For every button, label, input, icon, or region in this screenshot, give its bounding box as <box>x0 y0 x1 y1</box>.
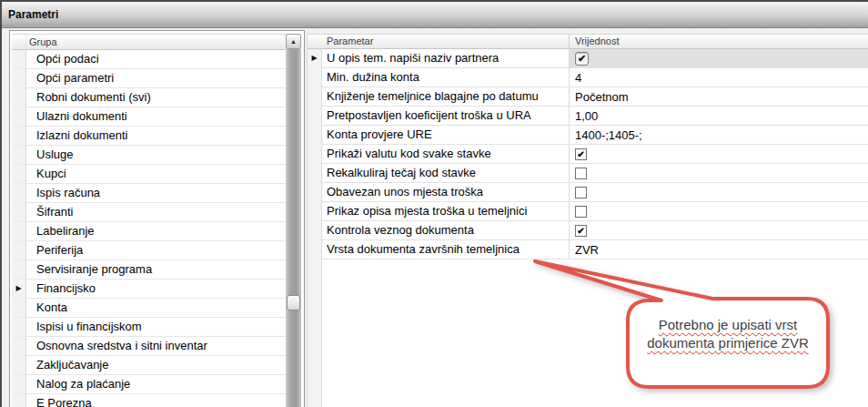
row-selector-cell <box>12 260 26 280</box>
row-selector-cell <box>12 88 26 107</box>
checkbox-checked[interactable]: ✔ <box>575 52 589 66</box>
group-label: Ispis računa <box>26 184 286 203</box>
list-item[interactable]: Ulazni dokumenti <box>12 107 286 127</box>
param-value-cell: ZVR <box>570 240 868 259</box>
row-selector-cell <box>12 184 26 203</box>
param-name: Min. dužina konta <box>322 68 570 87</box>
scrollbar-thumb[interactable] <box>287 295 300 310</box>
scrollbar[interactable]: ▲ <box>286 34 302 407</box>
scrollbar-track[interactable] <box>286 49 301 407</box>
row-selector-cell <box>308 183 322 202</box>
param-value-cell <box>570 164 868 183</box>
table-row[interactable]: Kontrola veznog dokumenta✔ <box>308 221 868 240</box>
checkbox-checked[interactable]: ✔ <box>575 225 587 237</box>
param-value-cell: 1,00 <box>570 107 868 126</box>
checkbox-unchecked[interactable] <box>575 187 587 198</box>
value-text: 4 <box>575 71 581 85</box>
table-row[interactable]: Min. dužina konta4 <box>308 68 868 87</box>
callout-line-2: dokumenta primjerice ZVR <box>630 334 826 352</box>
scroll-up-button[interactable]: ▲ <box>286 34 301 49</box>
list-item[interactable]: Šifranti <box>12 203 286 222</box>
row-selector-cell <box>308 240 322 259</box>
table-row[interactable]: Rekalkuliraj tečaj kod stavke <box>308 164 868 183</box>
group-label: Periferija <box>26 241 286 260</box>
window-title: Parametri <box>8 8 58 21</box>
table-row[interactable]: ▶U opis tem. napiši naziv partnera✔ <box>308 49 868 68</box>
param-value-cell: ✔ <box>570 49 868 68</box>
param-value-cell: 4 <box>570 68 868 87</box>
group-label: Robni dokumenti (svi) <box>26 88 286 107</box>
param-name: Knjiženje temeljnice blagajne po datumu <box>322 87 570 107</box>
group-label: Zaključavanje <box>26 356 286 375</box>
group-label: Financijsko <box>26 280 286 299</box>
row-selector-cell <box>308 164 322 183</box>
table-row[interactable]: Vrsta dokumenta završnih temeljnicaZVR <box>308 240 868 259</box>
param-table-body: ▶U opis tem. napiši naziv partnera✔Min. … <box>308 49 868 259</box>
callout-note: Potrebno je upisati vrst dokumenta primj… <box>630 316 826 352</box>
row-selector-cell <box>12 50 26 69</box>
param-name: Konta provjere URE <box>322 126 570 145</box>
row-selector-cell <box>12 107 26 127</box>
table-row[interactable]: Prikaži valutu kod svake stavke✔ <box>308 145 868 164</box>
list-item[interactable]: Konta <box>12 299 286 318</box>
table-row[interactable]: Knjiženje temeljnice blagajne po datumuP… <box>308 87 868 107</box>
group-list: Opći podaciOpći parametriRobni dokumenti… <box>12 50 286 407</box>
list-item[interactable]: Ispisi u financijskom <box>12 318 286 337</box>
list-item[interactable]: Zaključavanje <box>12 356 286 375</box>
param-name: U opis tem. napiši naziv partnera <box>322 49 570 68</box>
table-row[interactable]: Pretpostavljen koeficijent troška u URA1… <box>308 107 868 126</box>
value-text: 1,00 <box>575 109 598 123</box>
row-selector-header <box>12 35 26 49</box>
group-label: Servisiranje programa <box>26 260 286 280</box>
list-item[interactable]: Robni dokumenti (svi) <box>12 88 286 107</box>
table-row[interactable]: Prikaz opisa mjesta troška u temeljnici <box>308 202 868 221</box>
list-item[interactable]: Izlazni dokumenti <box>12 127 286 146</box>
group-label: Nalog za plaćanje <box>26 375 286 394</box>
param-name: Prikaz opisa mjesta troška u temeljnici <box>322 202 570 221</box>
row-selector-cell <box>12 299 26 318</box>
param-value-cell: 1400-;1405-; <box>570 126 868 145</box>
group-list-header[interactable]: Grupa <box>12 34 286 50</box>
value-column-header[interactable]: Vrijednost <box>570 35 868 48</box>
group-label: Opći podaci <box>26 50 286 69</box>
arrow-up-icon: ▲ <box>290 38 297 45</box>
group-label: E Porezna <box>26 394 286 407</box>
table-row[interactable]: Konta provjere URE1400-;1405-; <box>308 126 868 145</box>
group-label: Izlazni dokumenti <box>26 127 286 146</box>
value-text: ZVR <box>575 243 599 257</box>
list-item[interactable]: Periferija <box>12 241 286 260</box>
group-label: Labeliranje <box>26 222 286 241</box>
checkbox-unchecked[interactable] <box>575 168 587 179</box>
callout-line-1: Potrebno je upisati vrst <box>630 316 826 334</box>
list-item[interactable]: ▶Financijsko <box>12 280 286 299</box>
list-item[interactable]: Kupci <box>12 165 286 184</box>
param-name: Prikaži valutu kod svake stavke <box>322 145 570 164</box>
list-item[interactable]: Opći podaci <box>12 50 286 69</box>
param-value-cell: ✔ <box>570 221 868 240</box>
list-item[interactable]: Ispis računa <box>12 184 286 203</box>
window-titlebar[interactable]: Parametri <box>2 2 868 28</box>
param-column-header[interactable]: Parametar <box>322 35 570 48</box>
group-label: Šifranti <box>26 203 286 222</box>
list-item[interactable]: Opći parametri <box>12 69 286 88</box>
row-selector-cell <box>308 126 322 145</box>
list-item[interactable]: E Porezna <box>12 394 286 407</box>
list-item[interactable]: Labeliranje <box>12 222 286 241</box>
param-value-cell: Početnom <box>570 87 868 107</box>
group-column-header[interactable]: Grupa <box>26 35 286 49</box>
group-label: Ispisi u financijskom <box>26 318 286 337</box>
row-selector-cell <box>308 107 322 126</box>
row-selector-cell <box>308 221 322 240</box>
row-selector-cell <box>12 165 26 184</box>
checkbox-checked[interactable]: ✔ <box>575 148 587 160</box>
checkbox-unchecked[interactable] <box>575 206 587 218</box>
list-item[interactable]: Nalog za plaćanje <box>12 375 286 394</box>
list-item[interactable]: Usluge <box>12 146 286 165</box>
param-name: Obavezan unos mjesta troška <box>322 183 570 202</box>
parameters-window: Parametri Grupa Opći podaciOpći parametr… <box>0 0 868 407</box>
group-panel: Grupa Opći podaciOpći parametriRobni dok… <box>9 30 305 407</box>
table-row[interactable]: Obavezan unos mjesta troška <box>308 183 868 202</box>
list-item[interactable]: Servisiranje programa <box>12 260 286 280</box>
list-item[interactable]: Osnovna sredstva i sitni inventar <box>12 337 286 356</box>
row-selector-cell <box>12 69 26 88</box>
